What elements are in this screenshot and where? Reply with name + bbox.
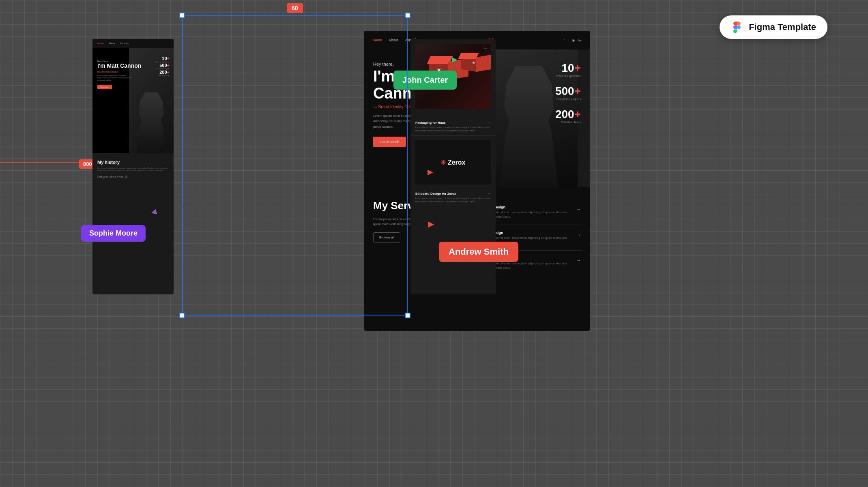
mf-stat-0: 10+ Years of experience xyxy=(555,62,581,77)
mf-nav-home[interactable]: Home xyxy=(372,38,382,42)
sophie-moore-badge: Sophie Moore xyxy=(81,225,146,242)
rf-zerox-logo: ✳ Zerox xyxy=(440,159,465,166)
lf-nav-home: Home xyxy=(97,42,104,45)
lf-description: Lorem ipsum dolor sit amet, consectetur … xyxy=(97,74,134,82)
handle-tl[interactable] xyxy=(179,13,185,18)
mf-nav-about[interactable]: About xyxy=(389,38,398,42)
lf-stat-2: 200+ Satisfied clients xyxy=(155,70,170,77)
lf-hero: Hey there, I'm Matt Cannon Brand Identit… xyxy=(92,48,174,153)
andrew-smith-badge: Andrew Smith xyxy=(439,242,518,262)
service-arrow-2[interactable]: → xyxy=(576,258,581,263)
mf-stat-num-1: 500+ xyxy=(555,85,581,98)
rf-project-1: Billboard Design for Zerox → Lorem ipsum… xyxy=(410,189,496,207)
rf-project-0: Packaging for Haus → Lorem ipsum dolor s… xyxy=(410,118,496,136)
rf-arrow-1[interactable]: → xyxy=(488,192,491,195)
social-facebook[interactable]: f xyxy=(564,39,565,42)
lf-stats: 10+ Years of experience 500+ Completed p… xyxy=(155,56,170,77)
lf-history-title: My history xyxy=(97,160,169,165)
lf-stat-num-2: 200+ xyxy=(155,70,170,75)
lf-hero-content: Hey there, I'm Matt Cannon Brand Identit… xyxy=(97,60,141,89)
lf-stat-label-2: Satisfied clients xyxy=(155,75,170,77)
handle-br[interactable] xyxy=(405,313,410,318)
social-twitter[interactable]: t xyxy=(568,39,569,42)
lf-stat-1: 500+ Completed projects xyxy=(155,63,170,70)
lf-name: I'm Matt Cannon xyxy=(97,62,141,69)
rf-project-name-1: Billboard Design for Zerox xyxy=(415,192,456,195)
box2-face-right xyxy=(476,54,491,72)
spacing-badge: 60 xyxy=(287,3,303,13)
lf-stat-num-1: 500+ xyxy=(155,63,170,68)
rf-project-title-0: Packaging for Haus → xyxy=(415,121,491,124)
rf-arrow-0[interactable]: → xyxy=(488,121,491,124)
mf-stat-1: 500+ Completed projects xyxy=(555,85,581,101)
box-asterisk-2: ✳ xyxy=(472,61,475,65)
main-frame-wrapper: 60 Home About Portfolio ✳ f t ◉ be xyxy=(182,15,408,315)
rf-box-label: Haus xyxy=(483,47,488,49)
lf-cta-button[interactable]: Get in touch xyxy=(97,85,112,89)
left-frame-nav: Home About Portfolio xyxy=(92,39,174,48)
lf-nav-portfolio: Portfolio xyxy=(120,42,129,45)
social-insta[interactable]: ◉ xyxy=(572,39,575,42)
rf-zerox-name: Zerox xyxy=(448,159,466,166)
mf-browse-button[interactable]: Browse all xyxy=(373,232,400,242)
lf-history: My history Lorem ipsum dolor sit amet, c… xyxy=(92,153,174,185)
cursor-right-icon: ▶ xyxy=(428,219,434,229)
lf-nav-about: About xyxy=(109,42,115,45)
mf-stat-label-2: Satisfied clients xyxy=(555,121,581,124)
mf-stat-label-0: Years of experience xyxy=(555,75,581,77)
mf-cta-button[interactable]: Get in touch xyxy=(373,137,406,147)
service-arrow-1[interactable]: → xyxy=(576,232,581,237)
lf-stat-num-0: 10+ xyxy=(155,56,170,61)
john-carter-badge: John Carter xyxy=(393,71,457,90)
lf-person-silhouette xyxy=(135,92,168,153)
rf-cursor-zerox: ▶ xyxy=(428,167,433,176)
rf-project-title-1: Billboard Design for Zerox → xyxy=(415,192,491,195)
rf-zerox-section: ✳ Zerox ▶ xyxy=(410,136,496,189)
mf-stat-num-0: 10+ xyxy=(555,62,581,75)
lf-stat-0: 10+ Years of experience xyxy=(155,56,170,63)
rf-project-name-0: Packaging for Haus xyxy=(415,121,446,124)
mf-stat-num-2: 200+ xyxy=(555,108,581,121)
handle-bl[interactable] xyxy=(179,313,185,318)
service-arrow-0[interactable]: → xyxy=(576,207,581,212)
mf-stats: 10+ Years of experience 500+ Completed p… xyxy=(555,62,581,131)
rf-zerox-img: ✳ Zerox ▶ xyxy=(415,140,491,185)
left-preview-frame: Home About Portfolio Hey there, I'm Matt… xyxy=(92,39,174,294)
lf-role: Brand Identity Designer xyxy=(97,71,141,73)
person-silhouette xyxy=(496,66,561,187)
cursor-topright-icon: ◄ xyxy=(450,54,459,65)
social-behance[interactable]: be xyxy=(578,39,582,42)
mf-stat-label-1: Completed projects xyxy=(555,98,581,101)
canvas: 800 Home About Portfolio Hey there, I'm … xyxy=(0,0,868,487)
rf-project-desc-1: Lorem ipsum dolor sit amet, consectetur … xyxy=(415,197,491,203)
mf-stat-2: 200+ Satisfied clients xyxy=(555,108,581,124)
lf-designer-since: Designer since I was 16 xyxy=(97,175,169,178)
rf-project-desc-0: Lorem ipsum dolor sit amet, consectetur … xyxy=(415,126,491,132)
mf-social: f t ◉ be xyxy=(564,39,582,42)
rf-zerox-asterisk: ✳ xyxy=(440,159,446,166)
lf-history-desc: Lorem ipsum dolor sit amet, consectetur … xyxy=(97,167,169,172)
figma-template-badge: Figma Template xyxy=(720,15,827,39)
figma-logo-icon xyxy=(731,21,743,33)
figma-template-text: Figma Template xyxy=(749,22,816,32)
box-asterisk-1: ✳ xyxy=(437,67,441,73)
handle-tr[interactable] xyxy=(405,13,410,18)
